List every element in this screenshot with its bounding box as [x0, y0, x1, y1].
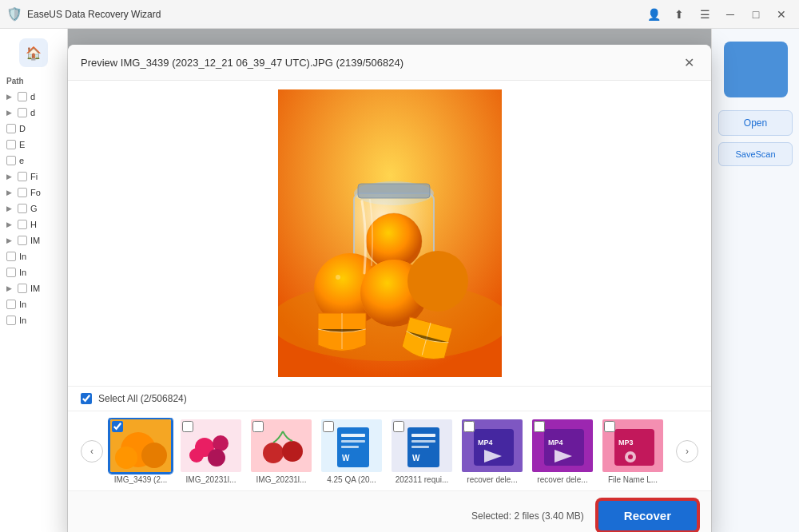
sidebar-name-4: e — [19, 156, 24, 165]
select-all-row: Select All (2/506824) — [68, 386, 711, 411]
thumbnail-wrapper-3: W — [320, 418, 384, 474]
thumbnail-name-4: 202311 requi... — [389, 475, 455, 484]
thumbnail-strip: ‹ — [68, 411, 711, 490]
sidebar-item-8[interactable]: ▶ H — [0, 216, 67, 232]
modal-header: Preview IMG_3439 (2023_12_21 06_39_47 UT… — [68, 45, 711, 81]
thumbnail-check-3[interactable] — [323, 421, 334, 432]
thumbnail-wrapper-1 — [179, 418, 243, 474]
thumbnail-item-7[interactable]: MP3 File Name L... — [600, 418, 666, 484]
sidebar-name-13: In — [19, 300, 26, 309]
svg-point-25 — [282, 441, 303, 462]
thumbnail-check-2[interactable] — [252, 421, 264, 432]
thumbnail-check-1[interactable] — [182, 421, 193, 432]
sidebar-check-1[interactable] — [18, 108, 27, 117]
thumbnail-check-7[interactable] — [604, 421, 615, 432]
app-logo: 🛡️ — [6, 6, 22, 22]
right-panel: Open SaveScan — [711, 29, 799, 532]
thumbnail-check-6[interactable] — [534, 421, 545, 432]
sidebar-item-1[interactable]: ▶ d — [0, 105, 67, 121]
thumbnail-name-5: recover dele... — [459, 475, 525, 484]
account-icon[interactable]: 👤 — [642, 3, 665, 26]
sidebar-check-2[interactable] — [6, 124, 16, 133]
sidebar-item-9[interactable]: ▶ IM — [0, 232, 67, 248]
thumbnail-item-3[interactable]: W 4.25 QA (20... — [319, 418, 384, 484]
thumbnail-name-0: IMG_3439 (2... — [108, 475, 173, 484]
minimize-button[interactable]: ─ — [719, 3, 741, 26]
open-button[interactable]: Open — [718, 110, 793, 136]
thumbnail-check-4[interactable] — [393, 421, 404, 432]
sidebar-check-12[interactable] — [18, 284, 27, 293]
svg-text:MP4: MP4 — [548, 439, 563, 447]
sidebar-check-9[interactable] — [18, 236, 27, 245]
sidebar-item-3[interactable]: E — [0, 137, 67, 153]
thumbnail-check-0[interactable] — [112, 421, 123, 432]
thumbnail-item-6[interactable]: MP4 recover dele... — [530, 418, 595, 484]
thumbnail-item-0[interactable]: IMG_3439 (2... — [108, 418, 173, 484]
thumbnail-item-5[interactable]: MP4 recover dele... — [459, 418, 525, 484]
svg-rect-34 — [411, 434, 435, 437]
svg-rect-43 — [544, 429, 584, 466]
sidebar-item-4[interactable]: e — [0, 153, 67, 169]
thumbnail-wrapper-0 — [109, 418, 173, 474]
modal-close-button[interactable]: ✕ — [679, 53, 698, 72]
select-all-checkbox[interactable] — [81, 393, 92, 404]
sidebar-item-13[interactable]: In — [0, 296, 67, 312]
home-button[interactable]: 🏠 — [19, 38, 48, 67]
thumbnail-name-2: IMG_20231l... — [248, 475, 314, 484]
app-window: 🛡️ EaseUS Data Recovery Wizard 👤 ⬆ ☰ ─ □… — [0, 0, 799, 532]
sidebar-item-12[interactable]: ▶ IM — [0, 280, 67, 296]
sidebar-check-8[interactable] — [18, 220, 27, 229]
title-bar-controls: 👤 ⬆ ☰ ─ □ ✕ — [642, 3, 793, 26]
thumbnail-name-1: IMG_20231l... — [178, 475, 244, 484]
thumbnail-item-8[interactable]: MP3 File Name L... — [670, 418, 671, 484]
thumbnail-item-2[interactable]: IMG_20231l... — [248, 418, 314, 484]
sidebar-item-2[interactable]: D — [0, 121, 67, 137]
menu-icon[interactable]: ☰ — [694, 3, 716, 26]
svg-point-10 — [336, 275, 340, 280]
sidebar-item-11[interactable]: In — [0, 264, 67, 280]
thumbnail-item-1[interactable]: IMG_20231l... — [178, 418, 244, 484]
recover-button[interactable]: Recover — [597, 499, 698, 532]
sidebar-check-6[interactable] — [18, 188, 27, 197]
sidebar-check-14[interactable] — [6, 316, 16, 325]
maximize-button[interactable]: □ — [745, 3, 767, 26]
sidebar-item-7[interactable]: ▶ G — [0, 200, 67, 216]
save-scan-button[interactable]: SaveScan — [718, 142, 793, 166]
svg-text:W: W — [342, 454, 350, 463]
sidebar-name-0: d — [30, 92, 35, 101]
thumbnail-check-5[interactable] — [463, 421, 475, 432]
sidebar-name-8: H — [30, 220, 37, 229]
expand-icon-1: ▶ — [6, 109, 14, 117]
sidebar-check-11[interactable] — [6, 268, 16, 277]
sidebar-item-6[interactable]: ▶ Fo — [0, 185, 67, 200]
svg-point-16 — [141, 443, 167, 468]
sidebar-check-3[interactable] — [6, 140, 16, 149]
modal-overlay: Preview IMG_3439 (2023_12_21 06_39_47 UT… — [68, 29, 711, 532]
sidebar-check-7[interactable] — [18, 204, 27, 213]
svg-rect-29 — [341, 440, 365, 443]
main-content: Selected: 31613 files (15.91 Gb) Recover… — [68, 29, 711, 532]
sidebar-name-11: In — [19, 268, 26, 277]
folder-icon — [724, 42, 788, 97]
modal-title: Preview IMG_3439 (2023_12_21 06_39_47 UT… — [81, 57, 403, 69]
sidebar-item-14[interactable]: In — [0, 312, 67, 328]
sidebar-item-0[interactable]: ▶ d — [0, 89, 67, 105]
svg-rect-39 — [474, 429, 514, 466]
sidebar-name-9: IM — [30, 236, 40, 245]
thumbnail-item-4[interactable]: W 202311 requi... — [389, 418, 455, 484]
sidebar-check-5[interactable] — [18, 172, 27, 181]
sidebar: 🏠 Path ▶ d ▶ d D E e — [0, 29, 68, 532]
sidebar-check-0[interactable] — [18, 92, 27, 101]
upload-icon[interactable]: ⬆ — [668, 3, 690, 26]
sidebar-name-2: D — [19, 124, 26, 133]
thumbnail-wrapper-4: W — [390, 418, 454, 474]
sidebar-item-5[interactable]: ▶ Fi — [0, 169, 67, 185]
sidebar-item-10[interactable]: In — [0, 248, 67, 264]
sidebar-check-4[interactable] — [6, 156, 16, 165]
expand-icon-7: ▶ — [6, 204, 14, 212]
sidebar-check-10[interactable] — [6, 252, 16, 261]
sidebar-check-13[interactable] — [6, 300, 16, 309]
close-button[interactable]: ✕ — [770, 3, 793, 26]
prev-thumbnail-button[interactable]: ‹ — [81, 440, 103, 463]
next-thumbnail-button[interactable]: › — [676, 440, 698, 463]
